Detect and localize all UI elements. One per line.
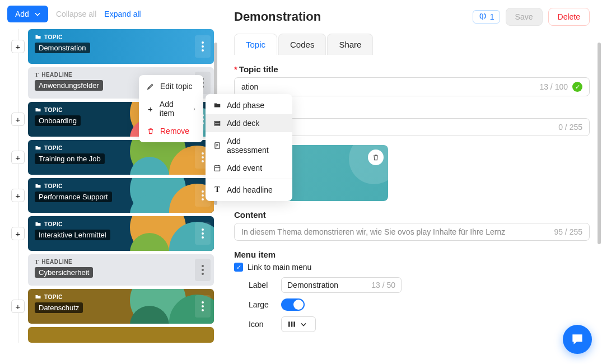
tree-card[interactable]: TOPICDatenschutz <box>28 289 214 324</box>
large-toggle[interactable] <box>281 298 305 311</box>
tree-card[interactable]: THEADLINECybersicherheit <box>28 254 214 286</box>
ctx-remove[interactable]: Remove <box>139 122 203 140</box>
tree-card[interactable]: TOPICDemonstration <box>28 29 214 64</box>
content-label: Content <box>234 210 590 220</box>
card-menu-button[interactable] <box>195 295 211 318</box>
card-title: Onboarding <box>35 115 81 126</box>
tab-share[interactable]: Share <box>327 34 373 55</box>
tree-card[interactable]: TOPICTraining on the Job <box>28 140 214 175</box>
delete-image-button[interactable] <box>368 150 384 165</box>
content-counter: 95 / 255 <box>554 227 582 236</box>
topic-title-input[interactable]: ation 13 / 100 ✓ <box>234 77 590 96</box>
tab-topic[interactable]: Topic <box>234 34 277 55</box>
card-title: Training on the Job <box>35 153 105 164</box>
expand-all[interactable]: Expand all <box>104 10 141 18</box>
sub-add-phase[interactable]: Add phase <box>206 96 292 114</box>
collapse-all[interactable]: Collapse all <box>56 10 96 18</box>
label-input[interactable]: Demonstration 13 / 50 <box>281 277 402 293</box>
icon-field-label: Icon <box>249 320 272 329</box>
tree-row: +TOPICPerformance Support <box>11 178 214 213</box>
ctx-add-item[interactable]: + Add item › <box>139 95 203 122</box>
tree-row: +TOPICTraining on the Job <box>11 140 214 175</box>
brain-badge[interactable]: 1 <box>473 10 500 24</box>
card-title: Anwendungsfelder <box>35 80 103 91</box>
expand-toggle[interactable]: + <box>11 113 25 126</box>
content-input[interactable]: In diesem Thema demonstrieren wir, wie S… <box>234 223 590 241</box>
svg-rect-4 <box>214 166 220 171</box>
tree-row: +TOPICInteraktive Lehrmittel <box>11 216 214 251</box>
add-button[interactable]: Add <box>7 6 48 22</box>
link-main-menu-checkbox[interactable]: ✓ <box>234 263 243 272</box>
sub-add-event[interactable]: Add event <box>206 159 292 177</box>
tree-row: +TOPICDatenschutz <box>11 289 214 324</box>
sub-add-assessment[interactable]: Add assessment <box>206 132 292 159</box>
sidebar-tree: Add Collapse all Expand all +TOPICDemons… <box>0 0 218 364</box>
tree-card[interactable]: TOPICInteraktive Lehrmittel <box>28 216 214 251</box>
menu-item-label: Menu item <box>234 250 590 259</box>
card-title: Performance Support <box>35 192 112 202</box>
chat-bubble-button[interactable] <box>563 325 592 354</box>
card-menu-button[interactable] <box>195 35 211 58</box>
sub-add-deck[interactable]: Add deck <box>206 114 292 132</box>
svg-rect-2 <box>214 124 220 125</box>
icon-select[interactable] <box>281 316 316 332</box>
expand-toggle[interactable]: + <box>11 40 25 53</box>
svg-rect-7 <box>293 321 295 326</box>
card-menu-button[interactable] <box>195 259 211 281</box>
svg-rect-0 <box>214 122 220 123</box>
add-item-submenu: Add phase Add deck Add assessment Add ev… <box>206 94 292 201</box>
context-menu: Edit topic + Add item › Remove <box>139 75 203 142</box>
card-menu-button[interactable] <box>195 222 211 245</box>
svg-rect-6 <box>291 321 293 326</box>
ctx-edit-topic[interactable]: Edit topic <box>139 77 203 95</box>
expand-toggle[interactable]: + <box>11 300 25 313</box>
title-counter: 13 / 100 <box>539 82 568 91</box>
tree-card[interactable]: TOPICPerformance Support <box>28 178 214 213</box>
sub-add-headline[interactable]: T Add headline <box>206 181 292 199</box>
tab-codes[interactable]: Codes <box>278 34 326 55</box>
large-field-label: Large <box>249 300 272 309</box>
tree-card[interactable] <box>28 327 214 343</box>
expand-toggle[interactable]: + <box>11 227 25 240</box>
tree-row: THEADLINECybersicherheit <box>11 254 214 286</box>
card-title: Demonstration <box>35 43 90 53</box>
label-field-label: Label <box>249 281 272 290</box>
topic-title-label: Topic title <box>239 64 278 74</box>
expand-toggle[interactable]: + <box>11 189 25 202</box>
expand-toggle[interactable]: + <box>11 151 25 164</box>
svg-rect-5 <box>288 321 290 326</box>
delete-button[interactable]: Delete <box>548 8 590 26</box>
check-icon: ✓ <box>572 82 582 92</box>
link-main-menu-label: Link to main menu <box>248 263 311 272</box>
save-button: Save <box>506 8 543 26</box>
card-title: Interaktive Lehrmittel <box>35 230 110 240</box>
card-title: Cybersicherheit <box>35 267 93 278</box>
right-scrollbar[interactable] <box>598 43 601 358</box>
page-title: Demonstration <box>234 10 321 24</box>
addition-counter: 0 / 255 <box>558 123 582 132</box>
svg-rect-1 <box>214 123 220 124</box>
card-title: Datenschutz <box>35 302 83 313</box>
tree-row: +TOPICDemonstration <box>11 29 214 64</box>
